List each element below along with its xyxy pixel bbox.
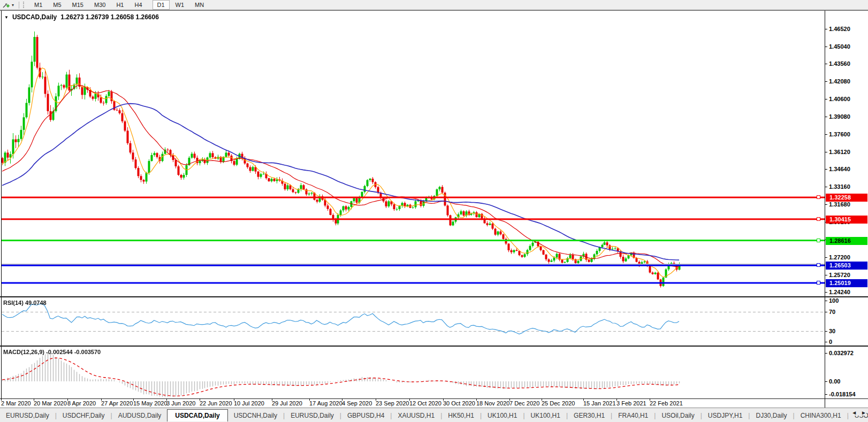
price-axis-label: 1.24240 (829, 289, 866, 295)
price-axis-label: 1.37600 (829, 131, 866, 137)
price-axis-tick-mark (825, 47, 827, 47)
price-axis-label: 1.39080 (829, 113, 866, 120)
date-axis-label: 29 Jul 2020 (272, 400, 302, 406)
timeframe-button-H4[interactable]: H4 (130, 0, 147, 10)
date-axis-label: 8 Apr 2020 (67, 400, 96, 406)
tab-gbpusd-h4[interactable]: GBPUSD,H4 (341, 410, 390, 421)
price-axis-tick-mark (825, 64, 827, 64)
panel-separator-rsi-macd[interactable] (0, 346, 868, 347)
date-axis-label: 27 Apr 2020 (101, 400, 133, 406)
panel-separator-main-rsi[interactable] (0, 296, 868, 297)
tab-usdchf-daily[interactable]: USDCHF,Daily (57, 410, 111, 421)
macd-axis-label: -0.018154 (829, 391, 866, 397)
timeframe-toolbar: M1M5M15M30H1H4D1W1MN (29, 0, 209, 10)
tab-usdjpy-h1[interactable]: USDJPY,H1 (702, 410, 748, 421)
toolbar-separator (19, 2, 19, 9)
rsi-label: RSI(14) 49.0748 (3, 300, 47, 306)
price-axis-label: 1.27200 (829, 254, 866, 260)
timeframe-button-MN[interactable]: MN (190, 0, 209, 10)
tab-eurusd-daily[interactable]: EURUSD,Daily (0, 410, 55, 421)
tab-usoil-daily[interactable]: USOil,Daily (656, 410, 700, 421)
price-axis-tick-mark (825, 99, 827, 99)
price-line-badge: 1.32258 (826, 194, 867, 202)
low-value: 1.26058 (111, 13, 134, 21)
symbol-toggle-icon[interactable]: ▼ (4, 15, 9, 20)
macd-axis-tick-mark (825, 353, 827, 354)
timeframe-button-W1[interactable]: W1 (171, 0, 189, 10)
open-value: 1.26273 (60, 13, 83, 21)
tab-dj30-daily[interactable]: DJ30,Daily (750, 410, 793, 421)
date-axis-label: 15 Jan 2021 (583, 400, 616, 406)
rsi-axis-label: 0 (829, 339, 866, 345)
main-price-chart-canvas[interactable] (2, 11, 825, 296)
price-axis-tick-mark (825, 275, 827, 275)
hline-handle[interactable] (817, 263, 820, 267)
tab-xauusd-h1[interactable]: XAUUSD,H1 (392, 410, 440, 421)
macd-axis-label: 0.032972 (829, 350, 866, 356)
tab-audusd-daily[interactable]: AUDUSD,Daily (112, 410, 167, 421)
date-axis-border (0, 398, 868, 399)
price-line-badge: 1.25019 (826, 279, 867, 287)
date-axis-label: 15 May 2020 (133, 400, 167, 406)
symbol-tab-bar: EURUSD,Daily|USDCHF,Daily|AUDUSD,DailyUS… (0, 408, 868, 422)
date-axis-label: 10 Jul 2020 (234, 400, 264, 406)
date-axis-label: 22 Jun 2020 (200, 400, 232, 406)
ohlc-values: 1.26273 1.26739 1.26058 1.26606 (60, 13, 159, 21)
date-axis-label: 4 Sep 2020 (342, 400, 372, 406)
price-axis-border (825, 11, 825, 408)
chart-left-border (1, 11, 2, 398)
tab-fra40-h1[interactable]: FRA40,H1 (612, 410, 654, 421)
price-line-badge: 1.26503 (826, 262, 867, 270)
macd-axis-tick-mark (825, 394, 827, 395)
tab-scroll-controls: ◄ ► (848, 410, 866, 416)
price-axis-tick-mark (825, 29, 827, 29)
price-axis-tick-mark (825, 204, 827, 205)
tab-uk100-h1[interactable]: UK100,H1 (525, 410, 566, 421)
hline-handle[interactable] (817, 281, 820, 285)
hline-handle[interactable] (817, 239, 820, 242)
tab-scroll-left-button[interactable]: ◄ (851, 410, 857, 416)
chart-window: ▼ USDCAD,Daily 1.26273 1.26739 1.26058 1… (0, 10, 868, 408)
timeframe-button-D1[interactable]: D1 (153, 0, 170, 10)
rsi-indicator-canvas[interactable] (2, 298, 825, 345)
tab-uk100-h1[interactable]: UK100,H1 (482, 410, 523, 421)
price-axis-tick-mark (825, 81, 827, 82)
timeframe-button-M30[interactable]: M30 (89, 0, 110, 10)
tab-ger30-h1[interactable]: GER30,H1 (568, 410, 611, 421)
rsi-axis-tick-mark (825, 342, 827, 342)
price-axis-tick-mark (825, 292, 827, 293)
price-axis-tick-mark (825, 152, 827, 152)
date-axis-label: 12 Oct 2020 (409, 400, 441, 406)
cursor-tool-button[interactable]: ▾ (0, 1, 16, 9)
application-window: { "toolbar": { "cursor_tool": {"icon": "… (0, 0, 868, 422)
price-line-badge: 1.28616 (826, 237, 867, 245)
tab-scroll-right-button[interactable]: ► (861, 410, 866, 416)
price-axis-label: 1.33160 (829, 183, 866, 190)
hline-handle[interactable] (817, 217, 820, 221)
tab-china300-h1[interactable]: CHINA300,H1 (795, 410, 847, 421)
date-axis-label: 7 Dec 2020 (509, 400, 539, 406)
price-axis-label: 1.36120 (829, 149, 866, 155)
rsi-axis-tick-mark (825, 331, 827, 332)
price-axis-label: 1.34640 (829, 166, 866, 172)
chevron-down-icon: ▾ (12, 3, 14, 7)
tab-eurusd-daily[interactable]: EURUSD,Daily (285, 410, 340, 421)
tab-usdcad-daily[interactable]: USDCAD,Daily (167, 409, 227, 421)
price-axis-label: 1.42080 (829, 78, 866, 85)
timeframe-button-M1[interactable]: M1 (29, 0, 47, 10)
hline-handle[interactable] (817, 195, 820, 199)
price-axis-tick-mark (825, 134, 827, 135)
macd-indicator-canvas[interactable] (2, 347, 825, 398)
chart-title: ▼ USDCAD,Daily 1.26273 1.26739 1.26058 1… (4, 13, 159, 21)
timeframe-button-H1[interactable]: H1 (111, 0, 128, 10)
price-axis-label: 1.43560 (829, 60, 866, 67)
tab-hk50-h1[interactable]: HK50,H1 (442, 410, 480, 421)
price-axis-label: 1.25720 (829, 272, 866, 278)
price-axis-label: 1.40600 (829, 96, 866, 102)
date-axis-label: 25 Dec 2020 (542, 400, 575, 406)
timeframe-button-M15[interactable]: M15 (67, 0, 88, 10)
tab-usdcnh-daily[interactable]: USDCNH,Daily (228, 410, 283, 421)
timeframe-button-M5[interactable]: M5 (48, 0, 66, 10)
macd-axis-tick-mark (825, 381, 827, 382)
date-axis-label: 20 Mar 2020 (34, 400, 67, 406)
